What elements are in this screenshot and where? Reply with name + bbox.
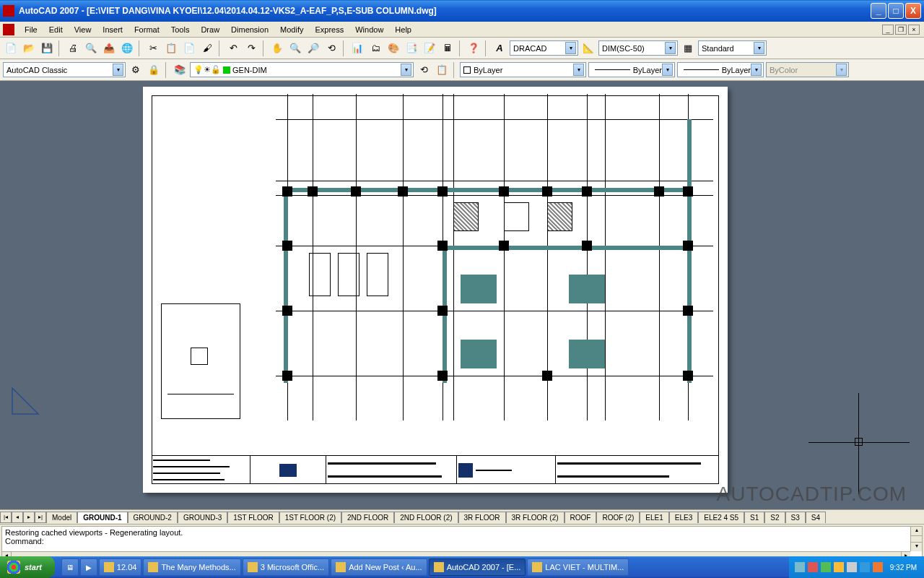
layer-combo[interactable]: 💡 ☀ 🔓 GEN-DIM▾	[190, 62, 414, 77]
system-tray[interactable]: 9:32 PM	[789, 556, 924, 578]
layer-prev-icon[interactable]: ⟲	[416, 62, 432, 78]
menu-insert[interactable]: Insert	[97, 23, 128, 36]
preview-icon[interactable]: 🔍	[83, 40, 99, 56]
sheetset-icon[interactable]: 📑	[404, 40, 419, 56]
pan-icon[interactable]: ✋	[269, 40, 285, 56]
layer-states-icon[interactable]: 📋	[434, 62, 450, 78]
start-button[interactable]: start	[0, 556, 55, 578]
paste-icon[interactable]: 📄	[181, 40, 197, 56]
chevron-down-icon[interactable]: ▾	[751, 64, 762, 76]
tray-icon-4[interactable]	[834, 562, 844, 572]
zoom-prev-icon[interactable]: ⟲	[323, 40, 339, 56]
workspace-lock-icon[interactable]: 🔒	[146, 62, 162, 78]
chevron-down-icon[interactable]: ▾	[401, 64, 411, 76]
copy-icon[interactable]: 📋	[163, 40, 179, 56]
chevron-down-icon[interactable]: ▾	[754, 42, 764, 54]
print-icon[interactable]: 🖨	[65, 40, 81, 56]
drawing-canvas[interactable]	[0, 81, 924, 510]
undo-icon[interactable]: ↶	[225, 40, 241, 56]
taskbar-task[interactable]: AutoCAD 2007 - [E...	[429, 558, 526, 576]
layout-tab[interactable]: 3R FLOOR (2)	[506, 512, 565, 523]
textstyle-icon[interactable]: A	[492, 40, 507, 56]
taskbar-clock[interactable]: 9:32 PM	[890, 564, 917, 571]
toolpalette-icon[interactable]: 🎨	[385, 40, 401, 56]
lineweight-combo[interactable]: ByLayer▾	[677, 62, 764, 77]
tablestyle-icon[interactable]: ▦	[680, 40, 696, 56]
menu-draw[interactable]: Draw	[195, 23, 225, 36]
menu-window[interactable]: Window	[349, 23, 389, 36]
tray-icon-3[interactable]	[821, 562, 831, 572]
layout-tab[interactable]: ELE1	[640, 512, 668, 523]
layout-tab[interactable]: 2ND FLOOR	[341, 512, 394, 523]
layout-tab[interactable]: S1	[744, 512, 764, 523]
chevron-down-icon[interactable]: ▾	[565, 42, 576, 54]
layout-tab[interactable]: GROUND-3	[178, 512, 227, 523]
maximize-button[interactable]: □	[888, 3, 904, 19]
tab-first-button[interactable]: |◂	[0, 512, 12, 523]
chevron-down-icon[interactable]: ▾	[573, 64, 584, 76]
publish-icon[interactable]: 📤	[101, 40, 117, 56]
dimstyle-icon[interactable]: 📐	[580, 40, 596, 56]
minimize-button[interactable]: _	[871, 3, 886, 19]
calc-icon[interactable]: 🖩	[440, 40, 456, 56]
taskbar-task[interactable]: 3 Microsoft Offic...	[243, 558, 329, 576]
layer-manager-icon[interactable]: 📚	[172, 62, 188, 78]
quicklaunch-desktop-icon[interactable]: 🖥	[61, 558, 79, 576]
taskbar-task[interactable]: 12.04	[99, 558, 142, 576]
layout-tab[interactable]: S2	[764, 512, 785, 523]
matchprop-icon[interactable]: 🖌	[199, 40, 215, 56]
dwf-icon[interactable]: 🌐	[119, 40, 135, 56]
tab-last-button[interactable]: ▸|	[35, 512, 46, 523]
menu-format[interactable]: Format	[128, 23, 165, 36]
redo-icon[interactable]: ↷	[243, 40, 259, 56]
tray-icon-1[interactable]	[795, 562, 805, 572]
dimstyle-combo[interactable]: DIM(SC-50)▾	[598, 40, 678, 56]
menu-express[interactable]: Express	[309, 23, 349, 36]
mdi-restore-button[interactable]: ❐	[895, 25, 907, 35]
layout-tab[interactable]: S4	[806, 512, 826, 523]
menu-tools[interactable]: Tools	[165, 23, 196, 36]
textstyle-combo[interactable]: DRACAD▾	[510, 40, 578, 56]
new-icon[interactable]: 📄	[3, 40, 19, 56]
chevron-down-icon[interactable]: ▾	[662, 64, 673, 76]
chevron-down-icon[interactable]: ▾	[665, 42, 676, 54]
menu-help[interactable]: Help	[389, 23, 417, 36]
layout-tab[interactable]: 1ST FLOOR (2)	[279, 512, 341, 523]
taskbar-task[interactable]: The Many Methods...	[143, 558, 240, 576]
tray-icon-6[interactable]	[873, 562, 883, 572]
layout-tab[interactable]: ROOF	[565, 512, 597, 523]
designcenter-icon[interactable]: 🗂	[367, 40, 383, 56]
layout-tab[interactable]: 1ST FLOOR	[227, 512, 279, 523]
menu-modify[interactable]: Modify	[274, 23, 309, 36]
help-icon[interactable]: ❓	[466, 40, 481, 56]
workspace-settings-icon[interactable]: ⚙	[128, 62, 144, 78]
close-button[interactable]: X	[905, 3, 921, 19]
layout-tab[interactable]: ROOF (2)	[596, 512, 640, 523]
layout-tab[interactable]: ELE3	[669, 512, 698, 523]
save-icon[interactable]: 💾	[39, 40, 55, 56]
tab-next-button[interactable]: ▸	[23, 512, 35, 523]
command-vscrollbar[interactable]: ▴ ▾	[910, 527, 922, 551]
menu-file[interactable]: File	[19, 23, 43, 36]
color-combo[interactable]: ByLayer▾	[460, 62, 586, 77]
volume-icon[interactable]	[847, 562, 857, 572]
mdi-minimize-button[interactable]: _	[882, 25, 894, 35]
taskbar-task[interactable]: Add New Post ‹ Au...	[331, 558, 427, 576]
layout-tab[interactable]: Model	[46, 512, 77, 523]
layout-tab[interactable]: 3R FLOOR	[458, 512, 506, 523]
mdi-close-button[interactable]: ×	[908, 25, 920, 35]
cut-icon[interactable]: ✂	[145, 40, 161, 56]
open-icon[interactable]: 📂	[21, 40, 37, 56]
linetype-combo[interactable]: ByLayer▾	[588, 62, 675, 77]
zoom-win-icon[interactable]: 🔎	[305, 40, 321, 56]
tray-icon-5[interactable]	[860, 562, 870, 572]
command-prompt[interactable]: Command:	[5, 537, 919, 545]
tab-prev-button[interactable]: ◂	[12, 512, 23, 523]
menu-edit[interactable]: Edit	[43, 23, 69, 36]
taskbar-task[interactable]: LAC VIET - MULTIM...	[527, 558, 629, 576]
tablestyle-combo[interactable]: Standard▾	[698, 40, 767, 56]
properties-icon[interactable]: 📊	[349, 40, 365, 56]
layout-tab[interactable]: GROUND-2	[128, 512, 178, 523]
markup-icon[interactable]: 📝	[422, 40, 437, 56]
layout-tab[interactable]: GROUND-1	[77, 512, 127, 523]
